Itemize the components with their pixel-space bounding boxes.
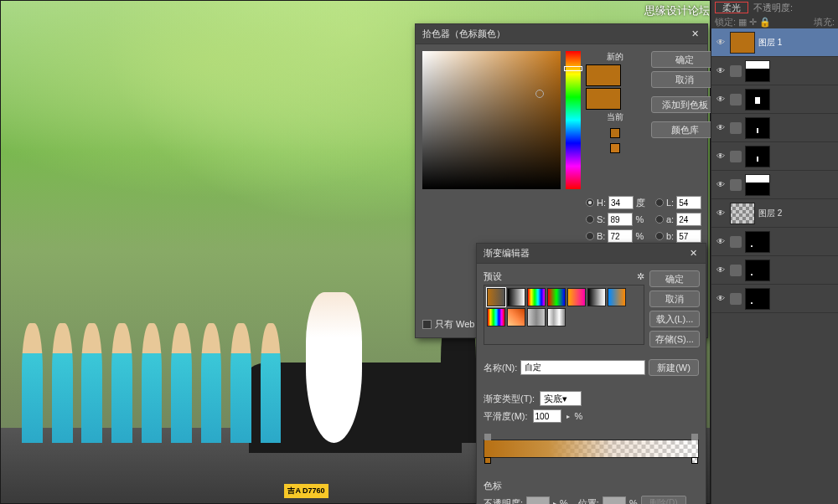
opacity-stop[interactable] xyxy=(484,434,491,440)
save-button[interactable]: 存储(S)... xyxy=(649,331,700,347)
cancel-button[interactable]: 取消 xyxy=(649,291,700,307)
lock-all-icon[interactable]: 🔒 xyxy=(759,17,771,28)
warn-swatch[interactable] xyxy=(610,128,620,138)
visibility-icon[interactable]: 👁 xyxy=(715,151,727,162)
web-only-checkbox[interactable] xyxy=(422,320,432,329)
cancel-button[interactable]: 取消 xyxy=(651,71,718,88)
adjustment-icon xyxy=(730,65,742,77)
new-color-swatch xyxy=(586,64,621,86)
lock-pixels-icon[interactable]: ▦ xyxy=(738,17,747,28)
visibility-icon[interactable]: 👁 xyxy=(715,265,727,276)
lock-position-icon[interactable]: ✛ xyxy=(749,17,757,28)
preset-swatch[interactable] xyxy=(547,288,566,306)
dialog-titlebar[interactable]: 渐变编辑器 ✕ xyxy=(477,244,706,264)
smoothness-input[interactable] xyxy=(533,409,561,423)
layer-row[interactable]: 👁 xyxy=(711,142,838,171)
mask-thumbnail[interactable] xyxy=(745,89,770,111)
adjustment-icon xyxy=(730,236,742,248)
h-radio[interactable] xyxy=(586,198,594,207)
visibility-icon[interactable]: 👁 xyxy=(715,208,727,219)
close-icon[interactable]: ✕ xyxy=(689,28,701,40)
visibility-icon[interactable]: 👁 xyxy=(715,179,727,191)
add-swatch-button[interactable]: 添加到色板 xyxy=(651,96,718,113)
preset-swatch[interactable] xyxy=(547,308,566,327)
stop-position-input xyxy=(603,496,626,504)
layer-row[interactable]: 👁 图层 1 xyxy=(711,28,838,57)
preset-swatch[interactable] xyxy=(507,288,525,306)
close-icon[interactable]: ✕ xyxy=(687,248,699,260)
current-color-swatch xyxy=(586,88,621,110)
gradient-bar[interactable] xyxy=(484,440,699,458)
layer-row[interactable]: 👁 xyxy=(711,114,838,142)
opacity-stop[interactable] xyxy=(691,434,698,440)
a-radio[interactable] xyxy=(655,215,664,224)
preset-swatch[interactable] xyxy=(608,288,626,306)
color-stop[interactable] xyxy=(691,457,698,464)
mask-thumbnail[interactable] xyxy=(745,231,770,253)
hue-slider-thumb[interactable] xyxy=(564,66,582,71)
ok-button[interactable]: 确定 xyxy=(649,270,700,287)
layer-row[interactable]: 👁 图层 2 xyxy=(711,199,838,228)
presets-menu-icon[interactable]: ✲ xyxy=(637,271,644,282)
layer-row[interactable]: 👁 xyxy=(711,85,838,114)
visibility-icon[interactable]: 👁 xyxy=(715,122,727,134)
gradient-type-select[interactable]: 实底 ▾ xyxy=(540,391,582,406)
color-field[interactable] xyxy=(422,51,561,189)
l-radio[interactable] xyxy=(655,198,664,207)
h-input[interactable] xyxy=(608,196,634,209)
preset-swatch[interactable] xyxy=(527,308,546,327)
a-input[interactable] xyxy=(676,213,701,226)
preset-swatch[interactable] xyxy=(587,288,606,306)
preset-swatch[interactable] xyxy=(567,288,586,306)
mask-thumbnail[interactable] xyxy=(745,174,770,196)
load-button[interactable]: 载入(L)... xyxy=(649,311,700,327)
mask-thumbnail[interactable] xyxy=(745,146,770,167)
delete-stop-button: 删除(D) xyxy=(641,496,686,504)
layer-row[interactable]: 👁 xyxy=(711,256,838,285)
websafe-swatch[interactable] xyxy=(610,143,620,153)
gradient-editor-dialog: 渐变编辑器 ✕ 预设 ✲ xyxy=(476,243,706,504)
mask-thumbnail[interactable] xyxy=(745,288,770,310)
layer-thumbnail[interactable] xyxy=(730,203,755,224)
b-radio[interactable] xyxy=(586,232,594,240)
blend-mode-select[interactable]: 柔光 xyxy=(715,2,748,13)
layer-row[interactable]: 👁 xyxy=(711,285,838,313)
layer-name[interactable]: 图层 1 xyxy=(758,37,782,49)
scene-bridesmaids xyxy=(22,302,319,443)
layer-row[interactable]: 👁 xyxy=(711,57,838,85)
visibility-icon[interactable]: 👁 xyxy=(715,293,727,305)
lb-input[interactable] xyxy=(676,229,701,243)
smoothness-label: 平滑度(M): xyxy=(484,410,528,423)
preset-swatch[interactable] xyxy=(507,308,525,327)
layer-row[interactable]: 👁 xyxy=(711,171,838,199)
preset-swatch[interactable] xyxy=(527,288,546,306)
hue-slider[interactable] xyxy=(566,51,581,189)
ok-button[interactable]: 确定 xyxy=(651,51,718,68)
color-field-marker[interactable] xyxy=(535,90,544,98)
l-input[interactable] xyxy=(676,196,701,209)
lb-radio[interactable] xyxy=(655,232,664,240)
mask-thumbnail[interactable] xyxy=(745,60,770,82)
new-button[interactable]: 新建(W) xyxy=(649,359,699,376)
layer-thumbnail[interactable] xyxy=(730,32,755,54)
visibility-icon[interactable]: 👁 xyxy=(715,94,727,105)
visibility-icon[interactable]: 👁 xyxy=(715,236,727,248)
visibility-icon[interactable]: 👁 xyxy=(715,37,727,49)
layers-list: 👁 图层 1 👁 👁 👁 👁 👁 👁 图层 2 👁 👁 👁 xyxy=(711,28,838,497)
color-stop[interactable] xyxy=(484,457,491,464)
b-input[interactable] xyxy=(608,229,633,243)
visibility-icon[interactable]: 👁 xyxy=(715,65,727,77)
preset-swatch[interactable] xyxy=(487,308,505,327)
adjustment-icon xyxy=(730,94,742,105)
color-library-button[interactable]: 颜色库 xyxy=(651,121,718,138)
gradient-name-input[interactable] xyxy=(520,360,645,375)
s-input[interactable] xyxy=(608,213,633,226)
layer-name[interactable]: 图层 2 xyxy=(758,208,782,219)
preset-swatch[interactable] xyxy=(487,288,505,306)
layer-row[interactable]: 👁 xyxy=(711,228,838,256)
s-radio[interactable] xyxy=(586,215,594,224)
mask-thumbnail[interactable] xyxy=(745,117,770,139)
dialog-titlebar[interactable]: 拾色器（色标颜色） ✕ xyxy=(416,24,707,44)
adjustment-icon xyxy=(730,293,742,305)
mask-thumbnail[interactable] xyxy=(745,260,770,281)
